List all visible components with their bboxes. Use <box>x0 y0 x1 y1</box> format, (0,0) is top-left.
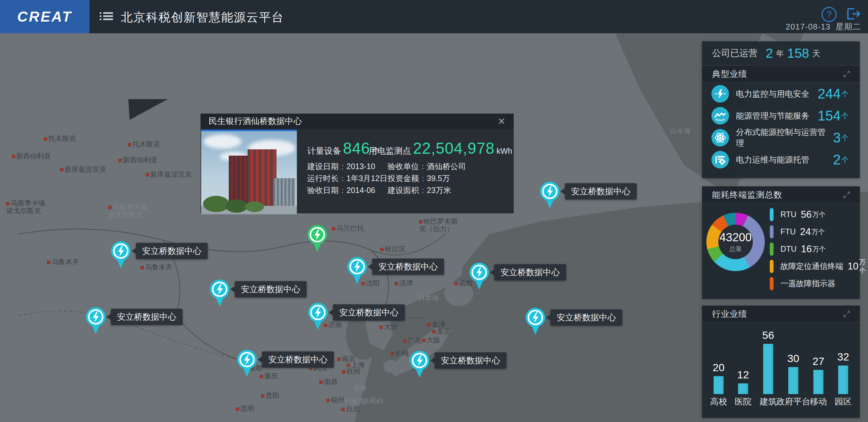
datacenter-pin-icon[interactable] <box>409 350 430 379</box>
datacenter-pin-icon[interactable] <box>111 241 131 269</box>
panel-typical-performance: 公司已运营 2 年 158 天 典型业绩 电力监控与用电安全244个能源管理与节… <box>702 41 860 178</box>
industry-bar <box>788 367 798 394</box>
logout-icon[interactable] <box>847 7 861 20</box>
datacenter-pin-label[interactable]: 安立桥数据中心 <box>494 264 566 281</box>
map-place-label: 乌鲁木齐 <box>47 258 79 266</box>
datacenter-pin-label[interactable]: 安立桥数据中心 <box>111 309 183 325</box>
typical-items-list: 电力监控与用电安全244个能源管理与节能服务154个分布式能源控制与运营管理3个… <box>702 83 860 171</box>
map-place-label: 广岛 <box>403 337 422 345</box>
operation-days: 158 <box>787 46 809 61</box>
menu-icon[interactable] <box>100 11 113 23</box>
building-photo <box>201 130 297 214</box>
close-icon[interactable]: ✕ <box>498 116 505 127</box>
detail-investment: 投资金额：39.5万 <box>388 173 450 184</box>
map-place-label: 哈巴罗夫斯 克（伯力） <box>419 218 458 233</box>
app-header: CREAT 北京科税创新智慧能源云平台 ? 2017-08-13 星期二 <box>0 0 868 33</box>
lightning-icon <box>711 85 729 103</box>
legend-swatch <box>770 277 774 290</box>
legend-item: 故障定位通信终端10万个 <box>770 258 857 275</box>
map-place-label: 乌鲁木齐 <box>141 264 173 271</box>
typical-item-value: 2 <box>833 152 841 167</box>
typical-item[interactable]: 电力监控与用电安全244个 <box>702 83 860 105</box>
expand-icon[interactable] <box>843 311 850 317</box>
datacenter-pin-label[interactable]: 安立桥数据中心 <box>136 243 208 259</box>
datacenter-pin-label[interactable]: 安立桥数据中心 <box>435 352 506 369</box>
datacenter-pin-icon[interactable] <box>347 256 368 285</box>
popup-body: 计量设备 846 个 用电监测点 22,504,978 kWh 建设日期：201… <box>200 129 514 213</box>
datacenter-pin-label[interactable]: 安立桥数据中心 <box>565 183 637 199</box>
industry-performance-header: 行业业绩 <box>702 305 860 323</box>
typical-item[interactable]: 能源管理与节能服务154个 <box>702 105 860 127</box>
panel-industry-performance: 行业业绩 20高校12医院56建筑30政府平台27移动32园区 <box>702 305 860 418</box>
datacenter-pin-icon[interactable] <box>539 181 560 210</box>
terminal-total-header: 能耗终端监测总数 <box>702 186 860 203</box>
legend-item: FTU24万个 <box>770 223 857 240</box>
expand-icon[interactable] <box>843 71 850 77</box>
datacenter-pin-icon[interactable] <box>237 349 257 378</box>
typical-item[interactable]: 电力运维与能源托管2个 <box>702 149 860 171</box>
stat-value: 846 <box>343 139 370 158</box>
typical-item-label: 分布式能源控制与运营管理 <box>736 127 833 149</box>
industry-bar-value: 12 <box>724 369 762 381</box>
industry-bar-value: 56 <box>749 329 787 342</box>
stat-label: 用电监测点 <box>369 145 411 157</box>
typical-item-label: 电力运维与能源托管 <box>736 154 809 165</box>
map-place-label: 大阪 <box>422 336 440 344</box>
datacenter-pin-icon[interactable] <box>469 262 490 291</box>
map-place-label: 东海 <box>353 384 367 392</box>
typical-item-value: 244 <box>818 86 841 102</box>
typical-item-value: 3 <box>833 130 841 145</box>
datacenter-pin-icon[interactable] <box>525 307 546 336</box>
map-place-label: 乌兰巴托 <box>332 225 364 232</box>
industry-bar <box>714 376 724 394</box>
datacenter-pin-icon[interactable] <box>85 306 106 335</box>
popup-pointer <box>128 99 168 120</box>
map-place-label: 乌斯季卡缅 诺戈尔斯克 <box>108 203 147 218</box>
energy-wave-icon <box>711 107 729 125</box>
datacenter-pin-label[interactable]: 安立桥数据中心 <box>262 351 334 368</box>
map-place-label: 昆明 <box>236 405 254 413</box>
help-icon[interactable]: ? <box>822 7 837 22</box>
donut-center-total: 43200 总量 <box>706 213 765 271</box>
detail-run-duration: 运行时长：1年3月12日 <box>307 173 388 184</box>
typical-item[interactable]: 分布式能源控制与运营管理3个 <box>702 127 860 149</box>
datacenter-pin-label[interactable]: 安立桥数据中心 <box>551 310 622 326</box>
app-root: 托木斯克托木斯克新西伯利亚新西伯利亚新库兹涅茨克新库兹涅茨克乌斯季卡缅 诺戈尔斯… <box>0 0 868 422</box>
detail-build-area: 建设面积：23万米 <box>388 185 451 195</box>
expand-icon[interactable] <box>843 192 850 198</box>
detail-accept-date: 验收日期：2014-06 <box>307 185 375 195</box>
datacenter-pin-icon[interactable] <box>209 279 230 308</box>
industry-bar-chart: 20高校12医院56建筑30政府平台27移动32园区 <box>702 323 860 418</box>
map-place-label: 杭州 <box>342 368 360 375</box>
map-place-label: 白令海 <box>670 127 691 135</box>
industry-bar-label: 园区 <box>818 396 868 407</box>
typical-item-label: 能源管理与节能服务 <box>736 110 809 122</box>
map-place-label: 重庆 <box>260 372 278 380</box>
typical-item-value: 154 <box>818 108 841 124</box>
industry-bar-value: 32 <box>825 351 862 363</box>
datacenter-pin-icon[interactable] <box>308 302 328 331</box>
map-place-label: 新西伯利亚 <box>119 156 158 164</box>
industry-bar <box>763 344 773 394</box>
map-place-label: 赤尾屿 <box>363 397 383 405</box>
map-place-label: 清津 <box>395 280 413 287</box>
map-place-label: 南昌 <box>319 378 338 386</box>
map-place-label: 东京 <box>432 328 451 335</box>
stat-label: 计量设备 <box>307 145 341 157</box>
stat-value: 22,504,978 <box>413 139 495 158</box>
datacenter-pin-label[interactable]: 安立桥数据中心 <box>235 281 307 297</box>
legend-swatch <box>770 208 774 221</box>
datacenter-pin-label[interactable]: 安立桥数据中心 <box>372 259 444 275</box>
datacenter-pin-label[interactable]: 安立桥数据中心 <box>333 304 405 321</box>
industry-bar <box>813 370 824 394</box>
map-place-label: 长崎 <box>391 350 409 357</box>
map-place-label: 新西伯利亚 <box>12 153 51 160</box>
map-place-label: 哈尔滨 <box>380 246 405 253</box>
operation-label: 公司已运营 <box>712 47 757 60</box>
stat-unit: kWh <box>496 147 512 156</box>
map-place-label: 新库兹涅茨克 <box>146 171 192 178</box>
typical-item-label: 电力监控与用电安全 <box>736 89 809 99</box>
ops-gear-icon <box>711 151 729 168</box>
detail-build-date: 建设日期：2013-10 <box>307 161 375 172</box>
selected-datacenter-pin-icon[interactable] <box>307 224 328 253</box>
